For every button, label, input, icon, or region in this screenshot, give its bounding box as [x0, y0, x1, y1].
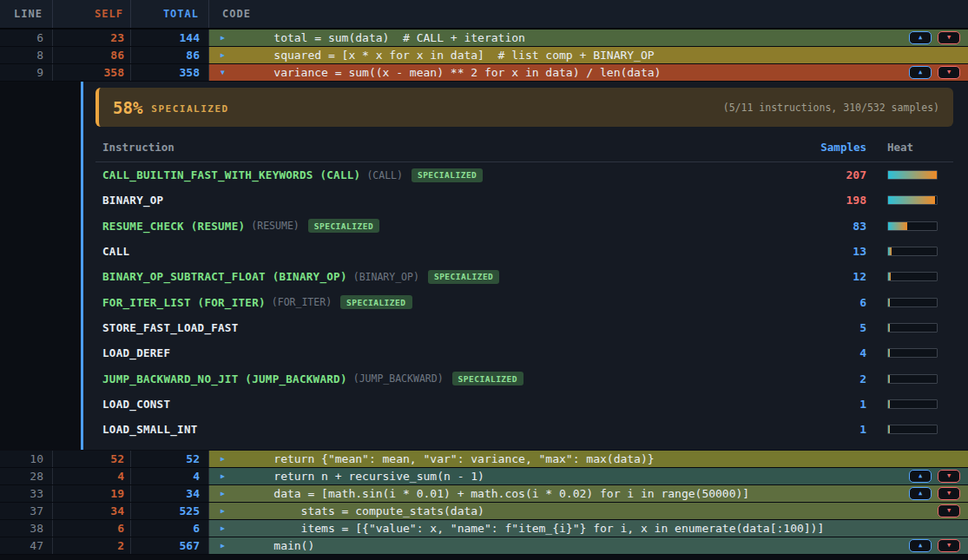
line-number: 28 [0, 468, 53, 484]
heat-bar [887, 195, 938, 205]
nav-up-button[interactable]: ▲ [909, 470, 932, 483]
total-samples: 4 [131, 468, 209, 484]
expand-toggle-icon[interactable]: ▼ [209, 69, 247, 76]
instruction-name: JUMP_BACKWARD_NO_JIT (JUMP_BACKWARD) [102, 372, 347, 385]
line-number: 10 [0, 451, 53, 467]
row-nav-buttons: ▲ ▼ [909, 539, 968, 552]
heat-bar-fill [888, 400, 890, 408]
nav-up-button[interactable]: ▲ [909, 66, 932, 79]
total-samples: 567 [131, 537, 209, 554]
source-code-text: return {"mean": mean, "var": variance, "… [247, 452, 655, 465]
instruction-sample-count: 2 [814, 372, 877, 385]
code-cell[interactable]: ▶ squared = [x * x for x in data] # list… [209, 47, 968, 63]
row-nav-buttons: ▲ ▼ [909, 66, 968, 79]
instruction-sample-count: 1 [814, 423, 877, 436]
instruction-row: LOAD_DEREF 4 [95, 340, 953, 366]
base-opcode-name: (RESUME) [251, 220, 299, 232]
samples-header: Samples [814, 141, 877, 154]
expand-toggle-icon[interactable]: ▶ [209, 455, 247, 463]
expand-toggle-icon[interactable]: ▶ [209, 524, 247, 532]
source-code-text: data = [math.sin(i * 0.01) + math.cos(i … [247, 487, 749, 500]
code-cell[interactable]: ▶ return n + recursive_sum(n - 1) ▲ ▼ [209, 468, 968, 484]
nav-up-button[interactable]: ▲ [909, 31, 932, 44]
instruction-sample-count: 5 [814, 321, 877, 334]
total-column-header: TOTAL [131, 0, 209, 28]
instruction-name: LOAD_SMALL_INT [102, 423, 198, 436]
code-line-row: 6 23 144 ▶ total = sum(data) # CALL + it… [0, 30, 968, 47]
self-samples: 4 [53, 468, 131, 484]
self-samples: 52 [53, 451, 131, 467]
source-code-text: variance = sum((x - mean) ** 2 for x in … [247, 66, 661, 79]
code-cell[interactable]: ▼ variance = sum((x - mean) ** 2 for x i… [209, 64, 968, 81]
self-samples: 34 [53, 503, 131, 519]
heat-bar-fill [888, 222, 907, 230]
instruction-name: RESUME_CHECK (RESUME) [102, 220, 245, 233]
instruction-name: CALL_BUILTIN_FAST_WITH_KEYWORDS (CALL) [102, 168, 360, 181]
nav-down-button[interactable]: ▼ [938, 487, 960, 500]
expand-toggle-icon[interactable]: ▶ [209, 472, 247, 480]
heat-bar [887, 272, 938, 281]
specialized-percent: 58% [113, 98, 142, 117]
instruction-name: CALL [102, 245, 129, 258]
self-column-header: SELF [53, 0, 131, 28]
expand-toggle-icon[interactable]: ▶ [209, 542, 247, 550]
nav-down-button[interactable]: ▼ [938, 31, 960, 44]
code-cell[interactable]: ▶ total = sum(data) # CALL + iteration ▲… [209, 30, 968, 46]
nav-down-button[interactable]: ▼ [938, 470, 960, 483]
instruction-sample-count: 4 [814, 346, 877, 359]
nav-down-button[interactable]: ▼ [938, 504, 960, 517]
instruction-row: BINARY_OP 198 [95, 188, 953, 213]
instruction-row: FOR_ITER_LIST (FOR_ITER) (FOR_ITER) SPEC… [95, 289, 953, 314]
code-cell[interactable]: ▶ data = [math.sin(i * 0.01) + math.cos(… [209, 485, 968, 502]
line-number: 47 [0, 537, 53, 554]
self-samples: 6 [53, 520, 131, 537]
total-samples: 52 [131, 451, 209, 467]
code-cell[interactable]: ▶ stats = compute_stats(data) ▼ [209, 503, 968, 519]
total-samples: 6 [131, 520, 209, 537]
specialized-badge: SPECIALIZED [452, 372, 524, 385]
instruction-name: BINARY_OP [102, 194, 163, 207]
heat-bar-fill [888, 247, 892, 255]
code-line-row: 10 52 52 ▶ return {"mean": mean, "var": … [0, 451, 968, 468]
source-code-text: total = sum(data) # CALL + iteration [247, 31, 525, 44]
instruction-row: CALL_BUILTIN_FAST_WITH_KEYWORDS (CALL) (… [95, 162, 953, 188]
heat-bar [887, 247, 938, 256]
base-opcode-name: (FOR_ITER) [272, 296, 332, 308]
instruction-name: STORE_FAST_LOAD_FAST [102, 321, 239, 334]
heat-bar-fill [888, 299, 890, 306]
heat-bar-fill [888, 273, 891, 280]
heat-bar-fill [888, 171, 937, 179]
total-samples: 86 [131, 47, 209, 63]
specialization-banner: 58% SPECIALIZED (5/11 instructions, 310/… [95, 88, 953, 127]
expand-toggle-icon[interactable]: ▶ [209, 490, 247, 497]
code-cell[interactable]: ▶ return {"mean": mean, "var": variance,… [209, 451, 968, 467]
specialization-meta: (5/11 instructions, 310/532 samples) [723, 102, 939, 114]
code-line-row: 33 19 34 ▶ data = [math.sin(i * 0.01) + … [0, 485, 968, 503]
instruction-sample-count: 6 [814, 296, 877, 309]
source-code-text: items = [{"value": x, "name": f"item_{i}… [247, 522, 824, 535]
base-opcode-name: (CALL) [366, 169, 403, 181]
heat-bar [887, 348, 938, 358]
source-code-text: squared = [x * x for x in data] # list c… [247, 49, 655, 62]
instruction-sample-count: 12 [814, 270, 877, 283]
expand-toggle-icon[interactable]: ▶ [209, 507, 247, 515]
total-samples: 144 [131, 30, 209, 46]
nav-up-button[interactable]: ▲ [909, 487, 932, 500]
code-cell[interactable]: ▶ items = [{"value": x, "name": f"item_{… [209, 520, 968, 537]
row-nav-buttons: ▲ ▼ [909, 470, 968, 483]
specialized-badge: SPECIALIZED [428, 270, 499, 284]
expand-toggle-icon[interactable]: ▶ [209, 34, 247, 42]
specialized-badge: SPECIALIZED [340, 295, 412, 309]
nav-up-button[interactable]: ▲ [909, 539, 932, 552]
code-line-row: 28 4 4 ▶ return n + recursive_sum(n - 1)… [0, 468, 968, 485]
heat-bar [887, 170, 938, 180]
line-column-header: LINE [0, 0, 53, 28]
total-samples: 358 [131, 64, 209, 81]
expand-toggle-icon[interactable]: ▶ [209, 51, 247, 59]
nav-down-button[interactable]: ▼ [938, 66, 960, 79]
instruction-name: FOR_ITER_LIST (FOR_ITER) [102, 296, 266, 309]
nav-down-button[interactable]: ▼ [938, 539, 960, 552]
code-cell[interactable]: ▶ main() ▲ ▼ [209, 537, 968, 554]
instruction-row: RESUME_CHECK (RESUME) (RESUME) SPECIALIZ… [95, 214, 953, 239]
base-opcode-name: (JUMP_BACKWARD) [353, 372, 444, 385]
